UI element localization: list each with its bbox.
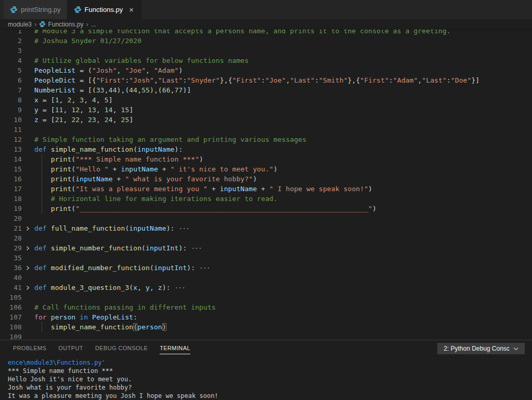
code-line[interactable]: 28	[0, 233, 532, 243]
line-number: 12	[0, 135, 22, 144]
code-line[interactable]: 108 simple_name_function(person)	[0, 322, 532, 332]
code-line[interactable]: 21def full_name_function(inputName): ···	[0, 223, 532, 233]
code-line[interactable]: 40	[0, 273, 532, 283]
code-line[interactable]: 13def simple_name_function(inputName):	[0, 144, 532, 154]
breadcrumb-item-module3[interactable]: module3	[8, 21, 32, 28]
code-line[interactable]: 16 print(inputName + " what is your favo…	[0, 174, 532, 184]
line-number: 15	[0, 164, 22, 174]
line-number: 41	[0, 283, 22, 292]
code-text: NumberList = [(33,44),(44,55),(66,77)]	[34, 85, 191, 95]
line-number: 29	[0, 243, 22, 253]
indent-guide	[42, 174, 42, 184]
code-text: print(inputName + " what is your favorit…	[34, 174, 257, 184]
code-text: simple_name_function(person)	[34, 322, 166, 332]
fold-chevron-icon[interactable]	[22, 263, 33, 273]
fold-chevron-icon[interactable]	[22, 223, 33, 233]
line-number: 28	[0, 233, 22, 243]
code-line[interactable]: 15 print("Hello " + inputName + " it's n…	[0, 164, 532, 174]
code-line[interactable]: 29def simple_number_function(inputInt): …	[0, 243, 532, 253]
code-text: y = [11, 12, 13, 14, 15]	[34, 105, 133, 115]
indent-guide	[42, 184, 42, 194]
line-number: 4	[0, 56, 22, 65]
fold-gutter	[22, 154, 33, 164]
panel-tab-problems[interactable]: PROBLEMS	[13, 345, 46, 354]
panel-header: PROBLEMS OUTPUT DEBUG CONSOLE TERMINAL 2…	[0, 340, 532, 356]
code-line[interactable]: 2# Joshua Snyder 01/27/2020	[0, 36, 532, 46]
line-number: 8	[0, 95, 22, 105]
tab-functions-py[interactable]: Functions.py ×	[68, 0, 141, 19]
line-number: 17	[0, 184, 22, 194]
code-line[interactable]: 14 print("*** Simple name function ***")	[0, 154, 532, 164]
line-number: 11	[0, 125, 22, 135]
close-icon[interactable]: ×	[128, 6, 135, 14]
line-number: 3	[0, 46, 22, 56]
indent-guide	[42, 154, 42, 164]
line-number: 6	[0, 75, 22, 85]
code-line[interactable]: 106# Call functions passing in different…	[0, 302, 532, 312]
tab-printstring-py[interactable]: printString.py	[4, 0, 68, 19]
panel-tab-terminal[interactable]: TERMINAL	[160, 345, 190, 354]
line-number: 107	[0, 312, 22, 322]
code-editor[interactable]: 1# Module 3 a simple function that accep…	[0, 30, 532, 340]
code-line[interactable]: 11	[0, 125, 532, 135]
code-line[interactable]: 4# Utilize global variables for below fu…	[0, 56, 532, 65]
chevron-down-icon	[513, 347, 518, 351]
fold-gutter	[22, 105, 33, 115]
code-text: z = [21, 22, 23, 24, 25]	[34, 115, 133, 125]
breadcrumb-item-symbol[interactable]: ...	[91, 21, 96, 28]
fold-gutter	[22, 194, 33, 204]
fold-gutter	[22, 95, 33, 105]
code-line[interactable]: 9y = [11, 12, 13, 14, 15]	[0, 105, 532, 115]
code-text: # Horizontal line for making iterations …	[34, 194, 278, 204]
fold-gutter	[22, 273, 33, 283]
code-line[interactable]: 36def modified_number_function(inputInt)…	[0, 263, 532, 273]
bottom-panel: PROBLEMS OUTPUT DEBUG CONSOLE TERMINAL 2…	[0, 340, 532, 400]
code-line[interactable]: 107for person in PeopleList:	[0, 312, 532, 322]
line-number: 13	[0, 144, 22, 154]
terminal-line: Hello Josh it's nice to meet you.	[8, 375, 532, 383]
python-icon	[39, 21, 46, 28]
code-line[interactable]: 12# Simple function taking an argument a…	[0, 135, 532, 144]
vscode-window: printString.py Functions.py × module3 › …	[0, 0, 532, 400]
line-number: 36	[0, 263, 22, 273]
editor-tab-bar: printString.py Functions.py ×	[0, 0, 532, 19]
fold-gutter	[22, 135, 33, 144]
indent-guide	[42, 204, 42, 214]
code-line[interactable]: 18 # Horizontal line for making iteratio…	[0, 194, 532, 204]
code-line[interactable]: 1# Module 3 a simple function that accep…	[0, 30, 532, 36]
code-text: x = [1, 2, 3, 4, 5]	[34, 95, 113, 105]
breadcrumb: module3 › Functions.py › ...	[0, 19, 532, 30]
code-line[interactable]: 19 print("______________________________…	[0, 204, 532, 214]
terminal-output[interactable]: ence\module3\Functions.py'*** Simple nam…	[0, 356, 532, 400]
chevron-right-icon: ›	[86, 20, 88, 28]
code-line[interactable]: 35	[0, 253, 532, 263]
fold-gutter	[22, 36, 33, 46]
fold-gutter	[22, 292, 33, 302]
code-line[interactable]: 105	[0, 292, 532, 302]
code-line[interactable]: 5PeopleList = ("Josh", "Joe", "Adam")	[0, 65, 532, 75]
code-text: # Utilize global variables for below fun…	[34, 56, 249, 65]
line-number: 7	[0, 85, 22, 95]
fold-gutter	[22, 65, 33, 75]
fold-chevron-icon[interactable]	[22, 243, 33, 253]
debug-console-dropdown[interactable]: 2: Python Debug Consc	[437, 343, 525, 354]
breadcrumb-item-functions-py[interactable]: Functions.py	[48, 21, 83, 28]
panel-tab-output[interactable]: OUTPUT	[58, 345, 83, 354]
fold-gutter	[22, 174, 33, 184]
code-line[interactable]: 17 print("It was a pleasure meeting you …	[0, 184, 532, 194]
code-line[interactable]: 7NumberList = [(33,44),(44,55),(66,77)]	[0, 85, 532, 95]
code-line[interactable]: 8x = [1, 2, 3, 4, 5]	[0, 95, 532, 105]
code-line[interactable]: 10z = [21, 22, 23, 24, 25]	[0, 115, 532, 125]
fold-gutter	[22, 322, 33, 332]
code-line[interactable]: 3	[0, 46, 532, 56]
code-line[interactable]: 41def module_3_question_3(x, y, z): ···	[0, 283, 532, 292]
code-text: print("_________________________________…	[34, 204, 377, 214]
fold-chevron-icon[interactable]	[22, 283, 33, 292]
code-line[interactable]: 6PeopleDict = [{"First":"Josh","Last":"S…	[0, 75, 532, 85]
code-line[interactable]: 109	[0, 332, 532, 340]
line-number: 9	[0, 105, 22, 115]
code-text: print("*** Simple name function ***")	[34, 154, 203, 164]
fold-gutter	[22, 184, 33, 194]
panel-tab-debug-console[interactable]: DEBUG CONSOLE	[95, 345, 148, 354]
code-line[interactable]: 20	[0, 214, 532, 223]
